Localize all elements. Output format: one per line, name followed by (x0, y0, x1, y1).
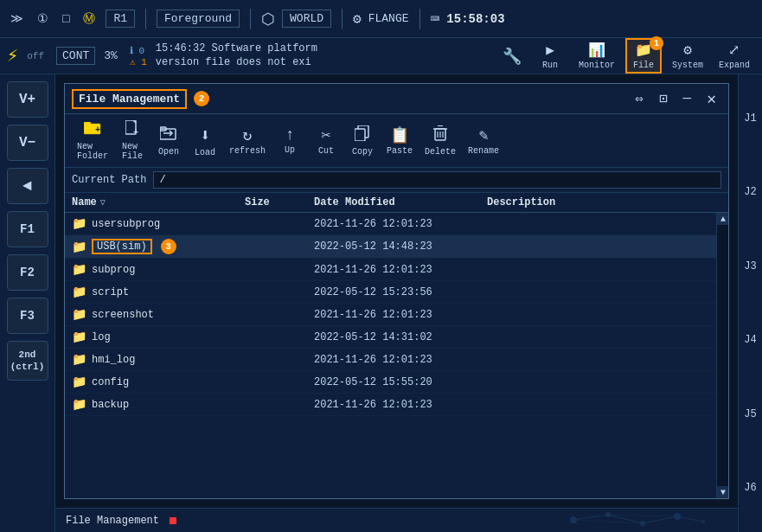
cut-button[interactable]: ✂ Cut (309, 123, 343, 158)
table-row[interactable]: 📁 backup 2021-11-26 12:01:23 (65, 394, 728, 416)
file-name: config (92, 376, 129, 388)
load-icon: ⬇ (200, 125, 210, 146)
table-row[interactable]: 📁 USB(sim) 3 2022-05-12 14:48:23 (65, 235, 728, 259)
info-count: ℹ 0 (130, 45, 147, 56)
back-button[interactable]: ◄ (7, 168, 48, 204)
world-label: WORLD (282, 10, 331, 28)
sort-icon: ▽ (100, 197, 106, 208)
rename-button[interactable]: ✎ Rename (463, 123, 504, 158)
svg-line-24 (643, 516, 677, 523)
open-button[interactable]: Open (151, 123, 186, 159)
svg-line-25 (677, 516, 703, 522)
menu-icon[interactable]: ≫ (7, 10, 27, 28)
file-date: 2022-05-12 15:55:20 (314, 376, 487, 388)
table-row[interactable]: 📁 subprog 2021-11-26 12:01:23 (65, 259, 728, 281)
second-toolbar: ⚡ off CONT 3% ℹ 0 ⚠ 1 15:46:32 Software … (0, 38, 762, 74)
cut-label: Cut (318, 146, 334, 156)
flange-label: FLANGE (368, 12, 409, 25)
folder-icon: 📁 (72, 375, 86, 389)
f1-button[interactable]: F1 (7, 211, 48, 247)
svg-text:+: + (133, 128, 138, 136)
paste-button[interactable]: 📋 Paste (381, 123, 418, 158)
motor-icon[interactable]: Ⓜ (80, 10, 99, 29)
table-row[interactable]: 📁 screenshot 2021-11-26 12:01:23 (65, 304, 728, 326)
info-block: ℹ 0 ⚠ 1 (130, 45, 147, 67)
folder-icon: 📁 (72, 397, 86, 412)
file-name: backup (92, 399, 129, 411)
f2-button[interactable]: F2 (7, 254, 48, 291)
ctrl-button[interactable]: 2nd(ctrl) (7, 341, 48, 381)
table-row[interactable]: 📁 usersubprog 2021-11-26 12:01:23 (65, 213, 728, 235)
col-name[interactable]: Name ▽ (72, 196, 245, 208)
scroll-up-button[interactable]: ▲ (717, 213, 728, 225)
delete-button[interactable]: Delete (419, 123, 461, 159)
network-decoration (556, 508, 712, 532)
run-icon: ▶ (546, 42, 554, 59)
file-list-body[interactable]: 📁 usersubprog 2021-11-26 12:01:23 📁 USB(… (65, 213, 728, 498)
file-date: 2022-05-12 15:23:56 (314, 286, 487, 298)
table-row[interactable]: 📁 hmi_log 2021-11-26 12:01:23 (65, 349, 728, 371)
svg-text:+: + (95, 125, 100, 135)
off-label: off (27, 51, 44, 61)
file-name-cell: 📁 log (72, 330, 245, 344)
mode-1-icon[interactable]: ① (34, 10, 52, 28)
swap-icon[interactable]: ⇔ (630, 88, 649, 109)
minimize-icon[interactable]: — (678, 89, 697, 108)
j1-label: J1 (744, 112, 756, 125)
path-input[interactable] (153, 171, 721, 189)
power-icon[interactable]: ⚡ (7, 44, 18, 67)
load-button[interactable]: ⬇ Load (188, 122, 222, 160)
svg-line-22 (573, 515, 608, 520)
close-button[interactable]: ✕ (701, 87, 721, 110)
paste-icon: 📋 (390, 125, 409, 144)
scroll-down-button[interactable]: ▼ (717, 486, 728, 498)
svg-line-27 (608, 515, 677, 516)
file-button[interactable]: 📁 File 1 (625, 38, 662, 74)
run-label: Run (542, 61, 558, 70)
table-row[interactable]: 📁 config 2022-05-12 15:55:20 (65, 371, 728, 394)
scrollbar[interactable]: ▲ ▼ (716, 213, 728, 498)
refresh-button[interactable]: ↻ refresh (224, 123, 271, 158)
col-size[interactable]: Size (245, 196, 314, 208)
file-name: usersubprog (92, 218, 160, 230)
run-button[interactable]: ▶ Run (532, 40, 568, 72)
status-text: 15:46:32 Software platform version file … (156, 42, 497, 69)
up-button[interactable]: ↑ Up (272, 124, 307, 157)
system-button[interactable]: ⚙ System (667, 40, 708, 72)
v-plus-button[interactable]: V+ (7, 81, 48, 118)
folder-icon: 📁 (72, 240, 86, 254)
j5-label: J5 (744, 408, 756, 420)
new-file-label: NewFile (122, 142, 143, 161)
path-label: Current Path (72, 174, 146, 186)
copy-button[interactable]: Copy (345, 123, 380, 159)
table-row[interactable]: 📁 log 2022-05-12 14:31:02 (65, 326, 728, 349)
delete-label: Delete (425, 147, 456, 157)
new-folder-button[interactable]: + NewFolder (72, 118, 113, 163)
divider2 (250, 9, 251, 29)
monitor-button[interactable]: 📊 Monitor (573, 40, 620, 72)
file-name: subprog (92, 264, 135, 276)
bottom-bar: File Management (55, 508, 738, 532)
split-icon[interactable]: ⊡ (654, 88, 673, 109)
expand-button[interactable]: ⤢ Expand (714, 40, 755, 72)
file-name-cell: 📁 hmi_log (72, 352, 245, 367)
warn-count: ⚠ 1 (130, 56, 147, 67)
f3-button[interactable]: F3 (7, 298, 48, 334)
file-list-header: Name ▽ Size Date Modified Description (65, 193, 728, 213)
refresh-label: refresh (229, 146, 266, 156)
new-file-button[interactable]: + NewFile (115, 118, 150, 163)
folder-icon: 📁 (72, 307, 86, 322)
folder-icon: 📁 (72, 262, 86, 277)
file-date: 2021-11-26 12:01:23 (314, 218, 487, 230)
dialog-titlebar: File Management 2 ⇔ ⊡ — ✕ (65, 84, 728, 114)
stop-icon[interactable]: □ (59, 10, 73, 28)
file-badge: 1 (650, 36, 663, 50)
rename-icon: ✎ (479, 125, 489, 144)
col-date[interactable]: Date Modified (314, 196, 487, 208)
v-minus-button[interactable]: V− (7, 125, 48, 161)
load-label: Load (195, 148, 215, 157)
table-row[interactable]: 📁 script 2022-05-12 15:23:56 (65, 281, 728, 304)
file-management-dialog: File Management 2 ⇔ ⊡ — ✕ + NewFolder (64, 83, 729, 499)
file-name-cell: 📁 screenshot (72, 307, 245, 322)
col-desc[interactable]: Description (487, 196, 721, 208)
